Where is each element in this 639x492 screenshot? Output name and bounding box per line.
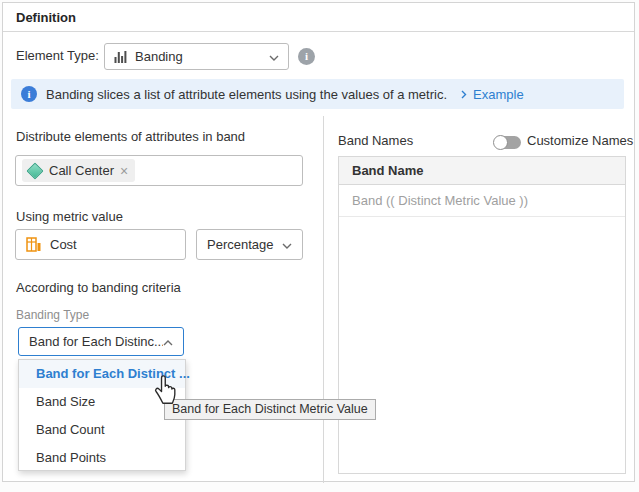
chevron-right-icon [461, 90, 467, 99]
attributes-section-label: Distribute elements of attributes in ban… [16, 129, 245, 144]
element-type-info-icon[interactable]: i [298, 48, 315, 65]
element-type-label: Element Type: [16, 43, 99, 69]
chevron-up-icon [163, 334, 173, 349]
banding-type-value: Band for Each Distinc... [29, 334, 163, 349]
example-link-label: Example [473, 87, 524, 102]
attribute-chip[interactable]: Call Center × [22, 159, 135, 182]
customize-names-toggle[interactable] [494, 136, 521, 149]
hand-cursor-icon [151, 371, 181, 411]
panel-title: Definition [3, 3, 634, 32]
toggle-knob [493, 135, 508, 150]
attributes-input[interactable]: Call Center × [15, 155, 303, 186]
remove-chip-icon[interactable]: × [120, 164, 128, 178]
band-names-table: Band Name Band (( Distinct Metric Value … [338, 156, 626, 474]
band-names-label: Band Names [338, 133, 413, 148]
banner-text: Banding slices a list of attribute eleme… [46, 87, 447, 102]
element-type-select[interactable]: Banding [104, 43, 289, 70]
value-type-value: Percentage [207, 237, 282, 252]
info-icon: i [21, 86, 37, 102]
column-divider [323, 116, 324, 483]
chevron-down-icon [282, 237, 292, 252]
value-type-select[interactable]: Percentage [196, 229, 303, 260]
definition-panel: Definition Element Type: Banding i i Ban… [2, 2, 635, 482]
tooltip: Band for Each Distinct Metric Value [164, 399, 376, 420]
metric-icon [26, 237, 42, 252]
bar-chart-icon [114, 50, 128, 63]
table-header-band-name: Band Name [339, 157, 625, 185]
banding-type-label: Banding Type [16, 308, 89, 322]
criteria-section-label: According to banding criteria [16, 280, 181, 295]
metric-value: Cost [50, 237, 175, 252]
banding-type-select[interactable]: Band for Each Distinc... [18, 327, 184, 356]
attribute-diamond-icon [27, 162, 44, 179]
element-type-value: Banding [135, 49, 269, 64]
chevron-down-icon [269, 49, 279, 64]
metric-section-label: Using metric value [16, 209, 123, 224]
menu-item-band-count[interactable]: Band Count [19, 416, 185, 444]
metric-field[interactable]: Cost [15, 229, 186, 260]
info-banner: i Banding slices a list of attribute ele… [11, 79, 624, 109]
attribute-chip-label: Call Center [49, 163, 114, 178]
example-link[interactable]: Example [461, 87, 524, 102]
menu-item-band-points[interactable]: Band Points [19, 444, 185, 472]
table-row[interactable]: Band (( Distinct Metric Value )) [339, 185, 625, 217]
customize-names-label: Customize Names [527, 133, 633, 148]
